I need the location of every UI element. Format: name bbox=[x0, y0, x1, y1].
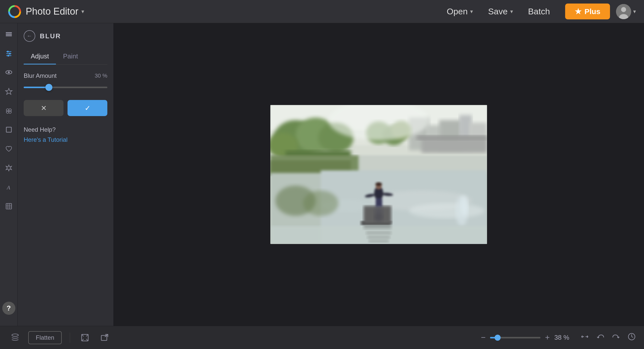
sidebar-item-adjustments[interactable] bbox=[3, 47, 15, 59]
sidebar-item-eye[interactable] bbox=[3, 66, 15, 78]
svg-point-70 bbox=[461, 196, 468, 216]
svg-rect-74 bbox=[270, 226, 487, 244]
fit-screen-button[interactable] bbox=[78, 331, 92, 344]
confirm-button[interactable]: ✓ bbox=[68, 100, 107, 116]
svg-point-0 bbox=[8, 5, 21, 18]
undo-button[interactable] bbox=[596, 332, 605, 343]
svg-rect-6 bbox=[6, 35, 12, 36]
slider-track bbox=[24, 87, 107, 88]
panel-body: Blur Amount 30 % ✕ ✓ Need Help? Here' bbox=[18, 65, 113, 151]
separator-1 bbox=[70, 333, 70, 343]
sidebar-item-text[interactable]: A bbox=[3, 181, 15, 193]
cancel-icon: ✕ bbox=[41, 104, 47, 112]
back-arrow-icon: ← bbox=[27, 33, 32, 39]
open-label: Open bbox=[447, 7, 468, 16]
plus-label: Plus bbox=[585, 7, 600, 16]
canvas-area bbox=[113, 23, 644, 326]
app-title: Photo Editor bbox=[26, 6, 78, 17]
svg-rect-68 bbox=[379, 198, 382, 207]
svg-marker-15 bbox=[6, 88, 12, 94]
zoom-out-button[interactable]: − bbox=[481, 333, 486, 342]
batch-label: Batch bbox=[528, 7, 550, 16]
user-avatar-container[interactable]: ▾ bbox=[616, 4, 636, 19]
slider-thumb[interactable] bbox=[45, 84, 52, 91]
tab-adjust[interactable]: Adjust bbox=[24, 49, 56, 64]
sidebar-item-star[interactable] bbox=[3, 86, 15, 97]
tutorial-link[interactable]: Here's a Tutorial bbox=[24, 136, 68, 143]
zoom-in-button[interactable]: + bbox=[545, 333, 550, 342]
panel-tabs: Adjust Paint bbox=[24, 49, 107, 65]
panel-title: BLUR bbox=[40, 32, 61, 40]
app-title-dropdown-icon[interactable]: ▾ bbox=[81, 8, 84, 15]
svg-rect-4 bbox=[6, 32, 12, 33]
app-logo[interactable] bbox=[8, 5, 21, 18]
confirm-icon: ✓ bbox=[85, 104, 90, 112]
batch-button[interactable]: Batch bbox=[528, 7, 550, 16]
open-menu[interactable]: Open ▾ bbox=[447, 7, 473, 16]
action-buttons: ✕ ✓ bbox=[24, 100, 107, 116]
help-button[interactable]: ? bbox=[2, 302, 15, 315]
sidebar-item-shapes[interactable] bbox=[3, 105, 15, 116]
plus-star-icon: ★ bbox=[575, 7, 582, 16]
svg-point-8 bbox=[7, 51, 9, 53]
zoom-minus-icon: − bbox=[481, 333, 486, 342]
avatar[interactable] bbox=[616, 4, 631, 19]
blur-amount-row: Blur Amount 30 % bbox=[24, 72, 107, 79]
svg-point-14 bbox=[8, 71, 10, 73]
avatar-dropdown-icon[interactable]: ▾ bbox=[633, 8, 636, 15]
flatten-button[interactable]: Flatten bbox=[28, 331, 62, 344]
cancel-button[interactable]: ✕ bbox=[24, 100, 63, 116]
history-button[interactable] bbox=[627, 332, 636, 343]
svg-point-52 bbox=[409, 203, 485, 218]
save-arrow-icon: ▾ bbox=[510, 8, 513, 15]
svg-point-12 bbox=[7, 55, 9, 57]
blur-slider[interactable] bbox=[24, 84, 107, 91]
svg-point-55 bbox=[303, 191, 338, 216]
zoom-slider-thumb[interactable] bbox=[495, 335, 501, 341]
blur-panel: ← BLUR Adjust Paint Blur Amount 30 % bbox=[18, 23, 113, 326]
svg-rect-38 bbox=[416, 135, 487, 140]
plus-button[interactable]: ★ Plus bbox=[565, 4, 610, 19]
bottombar-right-buttons bbox=[581, 332, 636, 343]
svg-point-72 bbox=[374, 213, 383, 222]
photo-canvas bbox=[270, 105, 487, 244]
panel-back-button[interactable]: ← bbox=[24, 30, 35, 42]
svg-point-2 bbox=[621, 7, 626, 12]
zoom-controls: − + 38 % bbox=[481, 333, 574, 342]
sidebar-item-crop[interactable] bbox=[3, 124, 15, 135]
zoom-slider[interactable] bbox=[490, 337, 540, 338]
sidebar-item-layers[interactable] bbox=[3, 28, 15, 40]
svg-point-64 bbox=[375, 182, 382, 186]
main-content: A ? ← BLUR Adjust bbox=[0, 23, 644, 326]
topbar-nav: Open ▾ Save ▾ Batch bbox=[447, 7, 550, 16]
svg-rect-23 bbox=[6, 203, 12, 209]
external-button[interactable] bbox=[98, 331, 111, 344]
svg-line-81 bbox=[632, 337, 633, 337]
panel-header: ← BLUR bbox=[18, 23, 113, 49]
help-text: Need Help? bbox=[24, 126, 107, 133]
flatten-label: Flatten bbox=[36, 334, 54, 341]
save-menu[interactable]: Save ▾ bbox=[488, 7, 513, 16]
svg-rect-20 bbox=[6, 127, 11, 132]
svg-point-10 bbox=[9, 53, 11, 55]
help-section: Need Help? Here's a Tutorial bbox=[24, 126, 107, 143]
sidebar-item-brush[interactable] bbox=[3, 200, 15, 212]
svg-rect-5 bbox=[6, 34, 12, 35]
redo-button[interactable] bbox=[612, 332, 620, 343]
save-label: Save bbox=[488, 7, 508, 16]
svg-point-75 bbox=[12, 334, 18, 336]
open-arrow-icon: ▾ bbox=[470, 8, 473, 15]
bottombar: Flatten − + 38 % bbox=[0, 326, 644, 349]
svg-marker-21 bbox=[6, 165, 12, 171]
svg-text:A: A bbox=[6, 184, 10, 191]
help-icon: ? bbox=[7, 304, 11, 312]
zoom-plus-icon: + bbox=[545, 333, 550, 342]
layers-toggle-button[interactable] bbox=[8, 331, 22, 345]
sidebar-item-heart[interactable] bbox=[3, 143, 15, 155]
sidebar-item-settings[interactable] bbox=[3, 162, 15, 174]
blur-amount-label: Blur Amount bbox=[24, 72, 57, 79]
resize-button[interactable] bbox=[581, 332, 589, 343]
zoom-value: 38 % bbox=[554, 334, 574, 341]
tab-paint[interactable]: Paint bbox=[56, 49, 85, 64]
svg-rect-67 bbox=[376, 198, 379, 207]
